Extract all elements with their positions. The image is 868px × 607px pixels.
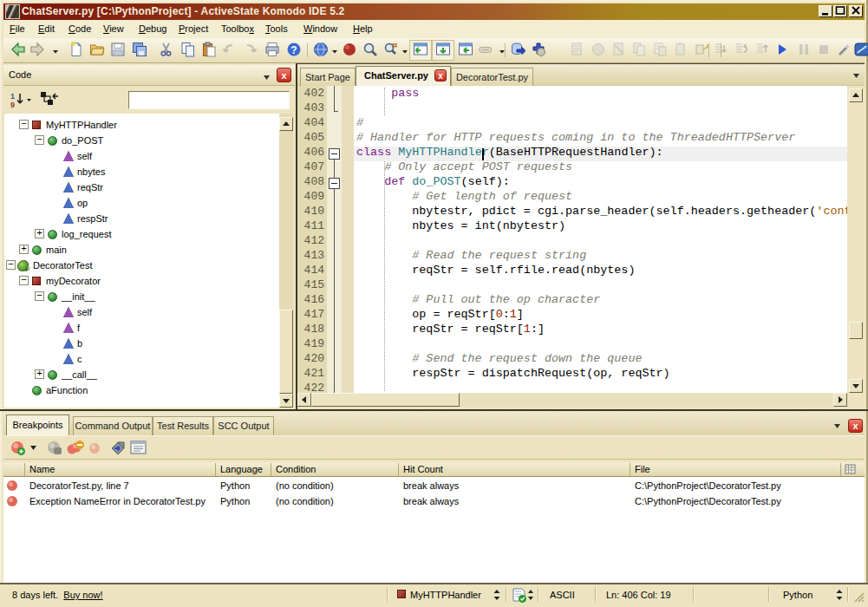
- svg-text:9: 9: [10, 101, 15, 108]
- svg-text:?: ?: [290, 44, 297, 56]
- svg-text:1: 1: [10, 92, 15, 101]
